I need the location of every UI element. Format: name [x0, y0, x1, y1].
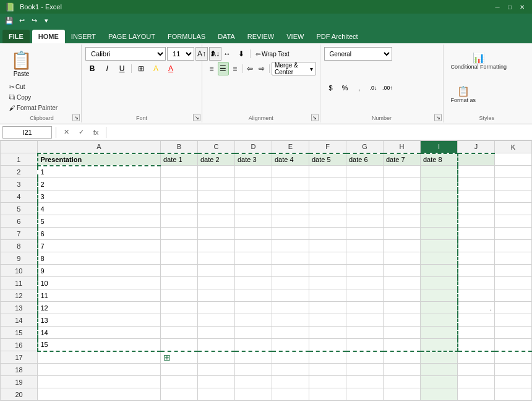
cell-B19[interactable]	[161, 376, 198, 388]
cell-C15[interactable]	[198, 327, 235, 339]
cell-I2[interactable]	[421, 166, 458, 178]
cell-K13[interactable]	[495, 302, 532, 314]
cell-I3[interactable]	[421, 178, 458, 190]
cell-A14[interactable]: 13	[38, 314, 161, 327]
cell-D20[interactable]	[235, 388, 272, 401]
cell-E14[interactable]	[272, 314, 309, 327]
font-color-button[interactable]: A	[164, 62, 178, 75]
cell-K9[interactable]	[495, 252, 532, 265]
cell-A17[interactable]	[38, 351, 161, 364]
cell-E15[interactable]	[272, 327, 309, 339]
cell-E1[interactable]: date 4	[272, 153, 309, 166]
cell-E3[interactable]	[272, 178, 309, 190]
align-center-button[interactable]: ☰	[218, 62, 229, 75]
cell-K5[interactable]	[495, 203, 532, 215]
cell-E5[interactable]	[272, 203, 309, 215]
copy-button[interactable]: ⿻ Copy	[6, 92, 61, 102]
cell-H11[interactable]	[384, 277, 421, 289]
italic-button[interactable]: I	[100, 62, 114, 75]
cell-H7[interactable]	[384, 228, 421, 240]
cell-J5[interactable]	[458, 203, 495, 215]
cell-D2[interactable]	[235, 166, 272, 178]
cell-H16[interactable]	[384, 339, 421, 351]
cell-K10[interactable]	[495, 265, 532, 277]
cell-reference-input[interactable]	[2, 126, 52, 139]
cell-A19[interactable]	[38, 376, 161, 388]
tab-home[interactable]: HOME	[32, 30, 65, 43]
row-header-1[interactable]: 1	[1, 153, 38, 166]
cell-D7[interactable]	[235, 228, 272, 240]
cell-G16[interactable]	[346, 339, 384, 351]
cell-B8[interactable]	[161, 240, 198, 252]
cell-I5[interactable]	[421, 203, 458, 215]
cell-J17[interactable]	[458, 351, 495, 364]
cell-H4[interactable]	[384, 190, 421, 203]
row-header-19[interactable]: 19	[1, 376, 38, 388]
tab-review[interactable]: REVIEW	[241, 30, 280, 43]
cell-E2[interactable]	[272, 166, 309, 178]
cell-G20[interactable]	[346, 388, 384, 401]
decrease-indent-button[interactable]: ⇦	[244, 62, 255, 75]
row-header-12[interactable]: 12	[1, 289, 38, 302]
cell-E16[interactable]	[272, 339, 309, 351]
cell-F4[interactable]	[309, 190, 346, 203]
row-header-17[interactable]: 17	[1, 351, 38, 364]
cell-D13[interactable]	[235, 302, 272, 314]
cut-button[interactable]: ✂ Cut	[6, 82, 61, 92]
tab-file[interactable]: FILE	[2, 30, 30, 43]
row-header-10[interactable]: 10	[1, 265, 38, 277]
cell-E13[interactable]	[272, 302, 309, 314]
cell-H8[interactable]	[384, 240, 421, 252]
cell-I1[interactable]: date 8	[421, 153, 458, 166]
cell-D3[interactable]	[235, 178, 272, 190]
cell-J11[interactable]	[458, 277, 495, 289]
cell-J13[interactable]: .	[458, 302, 495, 314]
row-header-20[interactable]: 20	[1, 388, 38, 401]
bold-button[interactable]: B	[85, 62, 99, 75]
cell-K14[interactable]	[495, 314, 532, 327]
cell-K4[interactable]	[495, 190, 532, 203]
fill-color-button[interactable]: A	[149, 62, 163, 75]
cell-I10[interactable]	[421, 265, 458, 277]
col-header-B[interactable]: B	[161, 141, 198, 153]
cell-A4[interactable]: 3	[38, 190, 161, 203]
cell-G4[interactable]	[346, 190, 384, 203]
cell-H10[interactable]	[384, 265, 421, 277]
row-header-16[interactable]: 16	[1, 339, 38, 351]
cell-F5[interactable]	[309, 203, 346, 215]
cell-A11[interactable]: 10	[38, 277, 161, 289]
cell-F6[interactable]	[309, 215, 346, 228]
cell-A3[interactable]: 2	[38, 178, 161, 190]
cell-B16[interactable]	[161, 339, 198, 351]
cell-G7[interactable]	[346, 228, 384, 240]
cell-K19[interactable]	[495, 376, 532, 388]
cell-C17[interactable]	[198, 351, 235, 364]
cell-I14[interactable]	[421, 314, 458, 327]
maximize-button[interactable]: □	[505, 2, 515, 12]
col-header-F[interactable]: F	[309, 141, 346, 153]
cell-I13[interactable]	[421, 302, 458, 314]
align-top-button[interactable]: ⬆	[206, 47, 220, 61]
cell-F11[interactable]	[309, 277, 346, 289]
cell-K7[interactable]	[495, 228, 532, 240]
cell-B4[interactable]	[161, 190, 198, 203]
merge-center-button[interactable]: Merge & Center ▾	[272, 62, 316, 75]
col-header-A[interactable]: A	[38, 141, 161, 153]
cell-D14[interactable]	[235, 314, 272, 327]
cell-K18[interactable]	[495, 364, 532, 376]
cell-I7[interactable]	[421, 228, 458, 240]
cell-H19[interactable]	[384, 376, 421, 388]
cell-G2[interactable]	[346, 166, 384, 178]
cell-F18[interactable]	[309, 364, 346, 376]
cell-C1[interactable]: date 2	[198, 153, 235, 166]
cell-B17[interactable]: ⊞	[161, 351, 198, 364]
cell-G8[interactable]	[346, 240, 384, 252]
font-collapse-button[interactable]: ↘	[193, 114, 200, 121]
cell-K8[interactable]	[495, 240, 532, 252]
cell-E7[interactable]	[272, 228, 309, 240]
cell-C2[interactable]	[198, 166, 235, 178]
cell-F12[interactable]	[309, 289, 346, 302]
cell-J4[interactable]	[458, 190, 495, 203]
cell-D11[interactable]	[235, 277, 272, 289]
cell-D18[interactable]	[235, 364, 272, 376]
